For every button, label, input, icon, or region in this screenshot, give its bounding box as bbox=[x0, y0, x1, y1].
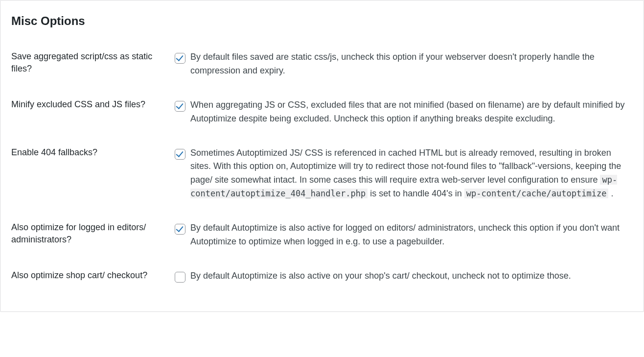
option-row-404-fallbacks: Enable 404 fallbacks? Sometimes Autoptim… bbox=[11, 140, 633, 215]
checkbox-wrap bbox=[173, 270, 184, 281]
code-path: wp-content/cache/autoptimize bbox=[464, 189, 609, 198]
option-control: Sometimes Autoptimized JS/ CSS is refere… bbox=[173, 146, 633, 201]
option-description: When aggregating JS or CSS, excluded fil… bbox=[190, 98, 631, 126]
option-description: Sometimes Autoptimized JS/ CSS is refere… bbox=[190, 146, 631, 201]
checkbox-wrap bbox=[173, 51, 184, 62]
misc-options-panel: Misc Options Save aggregated script/css … bbox=[0, 0, 644, 312]
checkbox-wrap bbox=[173, 147, 184, 158]
option-control: By default Autoptimize is also active on… bbox=[173, 269, 633, 283]
option-label: Enable 404 fallbacks? bbox=[11, 146, 173, 159]
option-description: By default Autoptimize is also active fo… bbox=[190, 221, 631, 249]
option-label: Minify excluded CSS and JS files? bbox=[11, 98, 173, 111]
404-fallbacks-checkbox[interactable] bbox=[175, 149, 185, 160]
logged-in-checkbox[interactable] bbox=[175, 224, 185, 235]
option-label: Also optimize shop cart/ checkout? bbox=[11, 269, 173, 282]
checkbox-wrap bbox=[173, 99, 184, 110]
option-control: By default Autoptimize is also active fo… bbox=[173, 221, 633, 249]
section-title: Misc Options bbox=[11, 12, 633, 30]
option-row-shop-cart: Also optimize shop cart/ checkout? By de… bbox=[11, 262, 633, 297]
option-row-static-files: Save aggregated script/css as static fil… bbox=[11, 44, 633, 92]
checkbox-wrap bbox=[173, 222, 184, 233]
option-row-logged-in: Also optimize for logged in editors/ adm… bbox=[11, 214, 633, 262]
minify-excluded-checkbox[interactable] bbox=[175, 101, 185, 112]
option-description: By default Autoptimize is also active on… bbox=[190, 269, 571, 283]
static-files-checkbox[interactable] bbox=[175, 53, 185, 64]
option-control: By default files saved are static css/js… bbox=[173, 50, 633, 78]
option-label: Also optimize for logged in editors/ adm… bbox=[11, 221, 173, 246]
option-description: By default files saved are static css/js… bbox=[190, 50, 631, 78]
option-control: When aggregating JS or CSS, excluded fil… bbox=[173, 98, 633, 126]
option-label: Save aggregated script/css as static fil… bbox=[11, 50, 173, 75]
shop-cart-checkbox[interactable] bbox=[175, 272, 185, 283]
option-row-minify-excluded: Minify excluded CSS and JS files? When a… bbox=[11, 92, 633, 140]
